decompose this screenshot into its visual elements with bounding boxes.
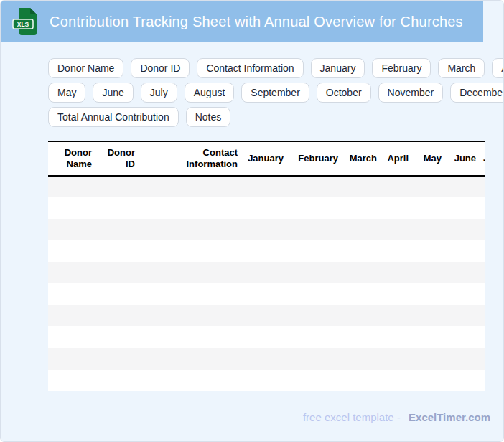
- table-cell-empty: [443, 240, 477, 262]
- column-header-february: February: [285, 141, 340, 176]
- column-header-contact-information: Contact Information: [136, 141, 239, 176]
- table-cell-empty: [239, 348, 285, 370]
- table-cell-empty: [477, 305, 485, 326]
- table-cell-empty: [93, 240, 136, 262]
- column-header-january: January: [239, 141, 285, 176]
- table-cell-empty: [410, 326, 443, 348]
- sheet-preview: Donor NameDonor IDContact InformationJan…: [48, 141, 485, 391]
- chip-donor-name[interactable]: Donor Name: [48, 58, 123, 78]
- footer: free excel template - ExcelTimer.com: [48, 411, 503, 423]
- table-cell-empty: [239, 283, 285, 305]
- table-cell-empty: [239, 240, 285, 262]
- table-cell-empty: [378, 219, 410, 240]
- table-cell-empty: [93, 326, 136, 348]
- chip-august[interactable]: August: [185, 83, 235, 103]
- table-cell-empty: [93, 219, 136, 240]
- chip-notes[interactable]: Notes: [186, 107, 231, 127]
- table-cell-empty: [48, 370, 93, 391]
- table-cell-empty: [48, 283, 93, 305]
- table-cell-empty: [136, 305, 239, 326]
- chip-june[interactable]: June: [93, 83, 133, 103]
- chip-july[interactable]: July: [141, 83, 177, 103]
- table-cell-empty: [239, 326, 285, 348]
- chip-september[interactable]: September: [241, 83, 309, 103]
- chip-row: MayJuneJulyAugustSeptemberOctoberNovembe…: [48, 83, 503, 103]
- table-cell-empty: [477, 348, 485, 370]
- table-cell-empty: [410, 176, 443, 197]
- chip-march[interactable]: March: [438, 58, 485, 78]
- table-row: [48, 283, 485, 305]
- table-cell-empty: [378, 326, 410, 348]
- chip-november[interactable]: November: [378, 83, 444, 103]
- table-cell-empty: [48, 348, 93, 370]
- table-cell-empty: [136, 283, 239, 305]
- table-cell-empty: [48, 326, 93, 348]
- table-cell-empty: [443, 262, 477, 283]
- field-chip-list: Donor NameDonor IDContact InformationJan…: [48, 58, 503, 127]
- chip-january[interactable]: January: [311, 58, 365, 78]
- table-cell-empty: [410, 197, 443, 219]
- table-cell-empty: [477, 370, 485, 391]
- footer-brand-link[interactable]: ExcelTimer.com: [409, 411, 490, 423]
- chip-contact-information[interactable]: Contact Information: [197, 58, 303, 78]
- page-title: Contribution Tracking Sheet with Annual …: [50, 14, 463, 30]
- table-cell-empty: [136, 219, 239, 240]
- table-cell-empty: [443, 283, 477, 305]
- chip-april[interactable]: April: [492, 58, 504, 78]
- table-cell-empty: [340, 219, 378, 240]
- table-cell-empty: [93, 262, 136, 283]
- chip-donor-id[interactable]: Donor ID: [131, 58, 190, 78]
- table-cell-empty: [340, 197, 378, 219]
- table-cell-empty: [410, 348, 443, 370]
- table-cell-empty: [93, 305, 136, 326]
- table-cell-empty: [48, 197, 93, 219]
- table-cell-empty: [136, 348, 239, 370]
- chip-total-annual-contribution[interactable]: Total Annual Contribution: [48, 107, 179, 127]
- table-cell-empty: [239, 262, 285, 283]
- column-header-may: May: [410, 141, 443, 176]
- table-cell-empty: [136, 176, 239, 197]
- footer-tagline: free excel template -: [303, 411, 401, 423]
- chip-may[interactable]: May: [48, 83, 85, 103]
- header-bar: XLS Contribution Tracking Sheet with Ann…: [1, 1, 483, 42]
- table-cell-empty: [285, 305, 340, 326]
- table-cell-empty: [340, 305, 378, 326]
- table-cell-empty: [93, 370, 136, 391]
- table-cell-empty: [340, 348, 378, 370]
- chip-october[interactable]: October: [317, 83, 371, 103]
- table-cell-empty: [340, 326, 378, 348]
- table-cell-empty: [48, 219, 93, 240]
- table-cell-empty: [443, 370, 477, 391]
- table-cell-empty: [239, 305, 285, 326]
- table-row: [48, 240, 485, 262]
- xls-icon-label: XLS: [17, 21, 29, 28]
- table-header: Donor NameDonor IDContact InformationJan…: [48, 141, 485, 176]
- table-cell-empty: [443, 305, 477, 326]
- table-cell-empty: [136, 370, 239, 391]
- table-cell-empty: [410, 283, 443, 305]
- xls-file-icon: XLS: [17, 7, 38, 36]
- chip-december[interactable]: December: [450, 83, 504, 103]
- table-cell-empty: [48, 305, 93, 326]
- table-cell-empty: [477, 197, 485, 219]
- table-cell-empty: [239, 197, 285, 219]
- table-cell-empty: [285, 219, 340, 240]
- table-row: [48, 219, 485, 240]
- chip-february[interactable]: February: [372, 58, 431, 78]
- table-row: [48, 197, 485, 219]
- table-cell-empty: [378, 370, 410, 391]
- table-cell-empty: [285, 283, 340, 305]
- table-cell-empty: [340, 370, 378, 391]
- table-cell-empty: [340, 262, 378, 283]
- table-cell-empty: [136, 326, 239, 348]
- table-cell-empty: [378, 305, 410, 326]
- chip-row: Total Annual ContributionNotes: [48, 107, 503, 127]
- table-cell-empty: [48, 240, 93, 262]
- table-cell-empty: [477, 326, 485, 348]
- table-cell-empty: [239, 176, 285, 197]
- table-cell-empty: [340, 240, 378, 262]
- table-row: [48, 176, 485, 197]
- column-header-donor-id: Donor ID: [93, 141, 136, 176]
- column-header-march: March: [340, 141, 378, 176]
- column-header-april: April: [378, 141, 410, 176]
